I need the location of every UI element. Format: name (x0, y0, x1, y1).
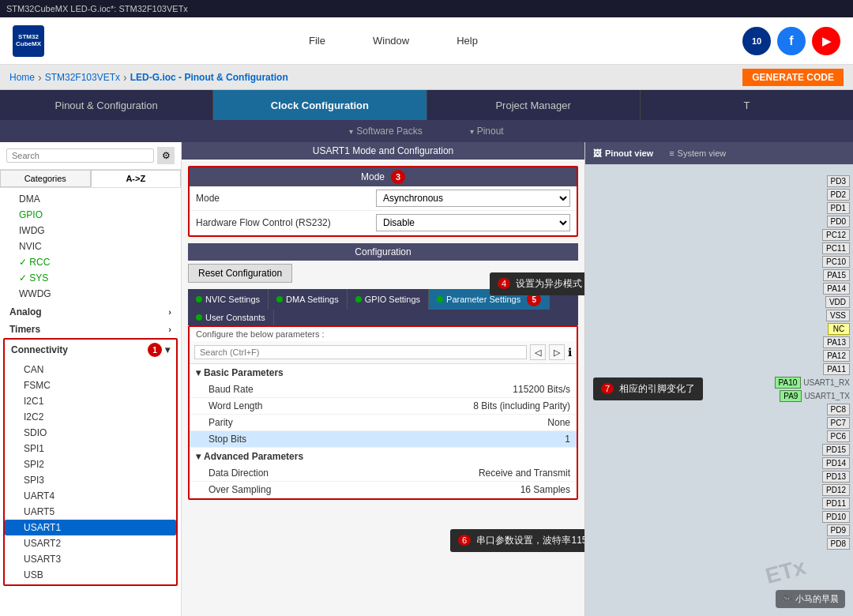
sub-tab-pinout[interactable]: ▾ Pinout (470, 126, 504, 137)
sidebar-item-usart1[interactable]: USART1 (5, 520, 176, 535)
config-tab-gpio[interactable]: GPIO Settings (348, 289, 429, 310)
param-forward-button[interactable]: ▷ (549, 344, 565, 360)
sidebar-item-usart2[interactable]: USART2 (5, 535, 176, 551)
pin-pd10: PD10 (822, 511, 850, 523)
sidebar-item-dma[interactable]: DMA (0, 191, 181, 207)
tab-pinout-config[interactable]: Pinout & Configuration (0, 90, 213, 120)
cat-tab-categories[interactable]: Categories (0, 170, 91, 187)
param-back-button[interactable]: ◁ (530, 344, 546, 360)
tab-extra[interactable]: T (641, 90, 853, 120)
cat-tab-az[interactable]: A->Z (91, 170, 182, 187)
sidebar-item-usb[interactable]: USB (5, 567, 176, 583)
version-badge: 10 (742, 27, 771, 55)
facebook-icon[interactable]: f (777, 27, 806, 55)
nav-help[interactable]: Help (457, 35, 478, 47)
sidebar-item-rcc[interactable]: RCC (0, 254, 181, 270)
advanced-params-header: ▾ Advanced Parameters (190, 448, 577, 465)
nav-links: File Window Help (76, 35, 711, 47)
sidebar-item-wwdg[interactable]: WWDG (0, 286, 181, 302)
hw-flow-label: Hardware Flow Control (RS232) (196, 217, 370, 228)
vss-box: VSS (826, 310, 850, 321)
tooltip6-badge: 6 (458, 535, 471, 546)
wechat-badge: 🎮 小马的早晨 (776, 590, 845, 608)
tab-project-manager[interactable]: Project Manager (427, 90, 641, 120)
param-search-input[interactable] (194, 345, 527, 359)
sidebar-item-gpio[interactable]: GPIO (0, 207, 181, 223)
sidebar-search-bar: ⚙ (0, 142, 181, 170)
sidebar-item-can[interactable]: CAN (5, 362, 176, 377)
pin-pa11: PA11 (823, 363, 850, 375)
pd13-box: PD13 (822, 471, 850, 483)
youtube-icon[interactable]: ▶ (812, 27, 840, 55)
sidebar-item-fsmc[interactable]: FSMC (5, 377, 176, 393)
sidebar-item-spi2[interactable]: SPI2 (5, 456, 176, 472)
sidebar-item-uart4[interactable]: UART4 (5, 488, 176, 504)
main-panel: USART1 Mode and Configuration Mode 3 Mod… (182, 142, 584, 616)
title-text: STM32CubeMX LED-G.ioc*: STM32F103VETx (6, 4, 188, 13)
sidebar-category-analog[interactable]: Analog › (0, 302, 181, 319)
tab-clock-config[interactable]: Clock Configuration (213, 90, 426, 120)
param-dot (437, 296, 443, 302)
hw-flow-row: Hardware Flow Control (RS232) Disable (190, 211, 577, 235)
sidebar-item-uart5[interactable]: UART5 (5, 504, 176, 520)
pd9-box: PD9 (827, 524, 850, 536)
basic-params-header: ▾ Basic Parameters (190, 364, 577, 381)
reset-config-button[interactable]: Reset Configuration (188, 264, 292, 283)
pin-pa10: PA10 USART1_RX (775, 377, 850, 389)
pd14-box: PD14 (822, 457, 850, 469)
sidebar-item-nvic[interactable]: NVIC (0, 239, 181, 254)
pc7-box: PC7 (827, 417, 850, 429)
config-tab-dma[interactable]: DMA Settings (269, 289, 348, 310)
tooltip7-callout: 7 相应的引脚变化了 (593, 377, 703, 400)
sidebar-item-i2c2[interactable]: I2C2 (5, 409, 176, 425)
mode-row-async: Mode Asynchronous (190, 186, 577, 211)
sidebar-item-sys[interactable]: SYS (0, 270, 181, 286)
param-info-icon[interactable]: ℹ (568, 346, 572, 359)
logo: STM32CubeMX (13, 25, 44, 57)
vdd-box: VDD (825, 296, 850, 308)
generate-code-button[interactable]: GENERATE CODE (742, 69, 844, 86)
pd1-box: PD1 (827, 202, 850, 214)
pa15-box: PA15 (823, 269, 850, 281)
breadcrumb-sep2: › (123, 71, 127, 84)
view-tab-pinout[interactable]: 🖼 Pinout view (585, 142, 661, 164)
breadcrumb: Home › STM32F103VETx › LED-G.ioc - Pinou… (0, 65, 853, 90)
sidebar-item-sdio[interactable]: SDIO (5, 425, 176, 441)
pc8-box: PC8 (827, 404, 850, 415)
breadcrumb-file[interactable]: LED-G.ioc - Pinout & Configuration (130, 72, 288, 83)
connectivity-items: CAN FSMC I2C1 I2C2 SDIO SPI1 SPI2 SPI3 U… (5, 360, 176, 584)
sidebar-item-i2c1[interactable]: I2C1 (5, 393, 176, 409)
pin-pc10: PC10 (822, 256, 850, 268)
pc12-box: PC12 (822, 229, 850, 241)
sidebar-item-spi3[interactable]: SPI3 (5, 472, 176, 488)
nc-box: NC (828, 323, 850, 335)
config-tab-nvic[interactable]: NVIC Settings (188, 289, 269, 310)
pin-vss: VSS (826, 310, 850, 321)
pc10-box: PC10 (822, 256, 850, 268)
nav-file[interactable]: File (309, 35, 325, 47)
sidebar-item-usart3[interactable]: USART3 (5, 551, 176, 567)
breadcrumb-home[interactable]: Home (9, 72, 35, 83)
pin-pd14: PD14 (822, 457, 850, 469)
connectivity-header[interactable]: Connectivity 1 ▾ (5, 340, 176, 360)
mode-select[interactable]: Asynchronous (376, 190, 570, 207)
sidebar-search-input[interactable] (6, 148, 154, 163)
sidebar-gear-button[interactable]: ⚙ (157, 147, 175, 164)
sidebar-item-iwdg[interactable]: IWDG (0, 223, 181, 239)
sub-tab-software[interactable]: ▾ Software Packs (349, 126, 422, 137)
sidebar-category-timers[interactable]: Timers › (0, 319, 181, 336)
breadcrumb-device[interactable]: STM32F103VETx (45, 72, 120, 83)
nav-window[interactable]: Window (373, 35, 409, 47)
pin-pd8: PD8 (827, 538, 850, 550)
sidebar-item-spi1[interactable]: SPI1 (5, 441, 176, 456)
view-tab-system[interactable]: ≡ System view (661, 142, 734, 164)
hw-flow-select[interactable]: Disable (376, 214, 570, 231)
param-settings-panel: Configure the below parameters : ◁ ▷ ℹ ▾… (188, 325, 578, 500)
pa14-box: PA14 (823, 283, 850, 295)
pd11-box: PD11 (822, 498, 850, 509)
config-tab-user[interactable]: User Constants (188, 310, 274, 325)
right-panel: 🖼 Pinout view ≡ System view PD3 PD2 PD1 (584, 142, 853, 616)
pa11-box: PA11 (823, 363, 850, 375)
pin-pd12: PD12 (822, 484, 850, 496)
pin-pd9: PD9 (827, 524, 850, 536)
